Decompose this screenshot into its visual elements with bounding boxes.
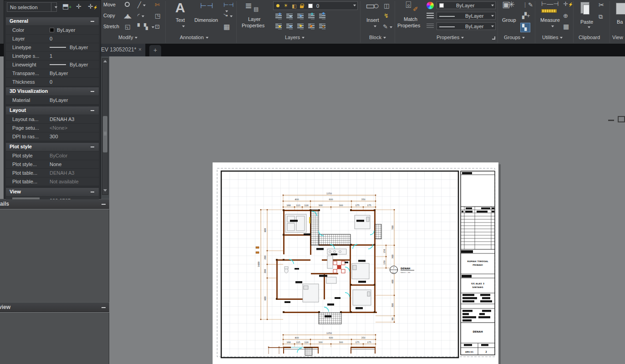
prop-row-page-setup[interactable]: Page setu...<None> [6,124,99,132]
layer-lock-icon[interactable] [308,14,315,19]
section-plot-style[interactable]: Plot style [6,143,99,151]
layer-walk-icon[interactable] [319,24,325,29]
erase-icon[interactable]: ✄ [155,2,160,8]
panel-label-layers[interactable]: Layers [285,35,305,40]
panel-label-properties[interactable]: Properties [437,35,464,40]
scroll-up-icon[interactable] [103,60,107,62]
mirror-icon[interactable]: ◢◣ [124,13,130,19]
text-button[interactable]: Text [176,17,185,23]
section-view[interactable]: View [6,188,99,196]
group-edit-icon[interactable]: ▞+ [522,13,530,19]
offset-icon[interactable]: ⊡ [155,24,160,30]
scroll-down-icon[interactable] [103,189,107,192]
layer-prev-icon[interactable] [286,24,293,29]
measure-button[interactable]: Measure [540,17,560,23]
cut-icon[interactable]: ✂ [599,2,605,8]
collapse-icon[interactable] [91,147,94,147]
block-edit-icon[interactable]: ↯ [384,13,389,19]
prop-row-layout-name[interactable]: Layout na...DENAH A3 [6,115,99,124]
paste-button[interactable]: Paste [580,19,593,25]
toggle-pickadd-icon[interactable]: ✛⚡ [88,4,98,10]
select-objects-icon[interactable]: ✛ [76,4,81,10]
panel-label-modify[interactable]: Modify [118,35,137,40]
quick-select-icon[interactable]: ⬒+ [62,3,71,10]
layer-freeze-icon[interactable] [286,14,293,19]
stretch-button[interactable]: Stretch [103,24,119,29]
dimension-button[interactable]: Dimension [194,17,218,23]
layer-properties-button[interactable]: Layer [248,16,261,22]
copy-button[interactable]: Copy [103,13,115,18]
details-panel-header[interactable]: tails [0,199,109,209]
leader-icon[interactable]: ◝• [224,13,233,19]
create-block-icon[interactable]: ◫ [384,3,389,9]
restore-icon[interactable] [618,116,625,122]
layer-unlock2-icon[interactable] [308,24,315,29]
layer-select[interactable]: ☀ ◧ 0 [273,1,358,10]
id-point-icon[interactable]: ⊕ [563,13,568,19]
rotate-icon[interactable] [125,2,130,7]
collapse-icon[interactable] [91,110,94,111]
prop-row-thickness[interactable]: Thickness0 [6,78,99,86]
layer-properties-button-line2[interactable]: Properties [242,23,264,28]
array-icon[interactable]: ▘▝▖ [137,24,154,30]
collapse-icon[interactable] [91,91,94,92]
prop-row-plot-table-type[interactable]: Plot table...Not available [6,177,99,186]
prop-row-dpi[interactable]: DPI to ras...300 [6,132,99,141]
prop-row-transparency[interactable]: Transpare...ByLayer [6,69,99,78]
drawing-file-tab[interactable]: EV 13052021* × [97,44,146,56]
prop-row-material[interactable]: MaterialByLayer [6,96,99,105]
selection-dropdown[interactable]: No selection [7,2,57,12]
linetype-select[interactable]: ByLayer [437,22,496,30]
table-icon[interactable]: ▦ [224,24,230,30]
prop-row-plot-style[interactable]: Plot styleByColor [6,152,99,160]
prop-row-view-partial[interactable]: 933.9767 [6,197,99,199]
section-general[interactable]: General [6,17,99,25]
close-icon[interactable]: × [138,46,142,53]
fillet-icon[interactable]: ◜ [137,13,144,19]
match-properties-button-line2[interactable]: Properties [397,23,420,28]
collapse-icon[interactable] [102,307,106,308]
dropdown-arrow-zone[interactable] [51,3,57,11]
new-tab-button[interactable]: + [149,45,161,56]
section-layout[interactable]: Layout [6,106,99,115]
layer-thaw-all-icon[interactable] [297,24,304,29]
collapse-icon[interactable] [91,21,94,22]
explode-icon[interactable]: ◳ [155,13,160,19]
color-select[interactable]: ByLayer [437,1,496,9]
lineweight-select[interactable]: ByLayer [437,12,496,20]
attribute-icon[interactable]: ✎ [383,24,392,30]
prop-row-linetype[interactable]: LinetypeByLayer [6,43,99,52]
panel-label-block[interactable]: Block [369,35,386,40]
insert-button[interactable]: Insert [366,17,379,23]
panel-label-utilities[interactable]: Utilities [542,35,563,40]
panel-launcher-icon[interactable] [492,36,495,40]
layout-paper[interactable]: 1350 400600350 168113118300300175175 600 [213,162,498,364]
collapse-icon[interactable] [102,204,106,205]
prop-row-plot-style-table[interactable]: Plot style...None [6,160,99,169]
panel-label-annotation[interactable]: Annotation [180,35,208,40]
group-selection-toggle[interactable]: ▚ [520,23,530,32]
preview-panel-header[interactable]: view [0,302,109,312]
layer-match-icon[interactable] [319,14,325,19]
prop-row-color[interactable]: ColorByLayer [6,26,99,35]
layer-on2-icon[interactable] [275,24,282,29]
layer-isolate-icon[interactable] [275,14,282,19]
prop-row-linetype-scale[interactable]: Linetype s...1 [6,52,99,61]
calculator-icon[interactable]: ▦ [563,24,569,30]
trim-icon[interactable]: ╱ [137,2,146,8]
prop-row-plot-table-attached[interactable]: Plot table...DENAH A3 [6,169,99,177]
panel-label-groups[interactable]: Groups [504,35,525,40]
base-button[interactable]: Ba [617,19,623,25]
layer-off-icon[interactable] [297,14,304,19]
move-button[interactable]: Move [103,2,116,7]
minimize-icon[interactable] [608,120,614,121]
prop-row-layer[interactable]: Layer0 [6,35,99,43]
match-properties-button[interactable]: Match [404,16,417,22]
section-3d-visualization[interactable]: 3D Visualization [6,87,99,96]
scale-icon[interactable]: ◱ [125,24,130,30]
copy-clip-icon[interactable]: ⧉ [599,14,603,20]
quick-select-icon[interactable]: ✛⚡ [563,1,573,8]
prop-row-lineweight[interactable]: LineweightByLayer [6,61,99,69]
ungroup-icon[interactable]: ⋮✎ [522,2,533,8]
collapse-icon[interactable] [91,192,94,192]
